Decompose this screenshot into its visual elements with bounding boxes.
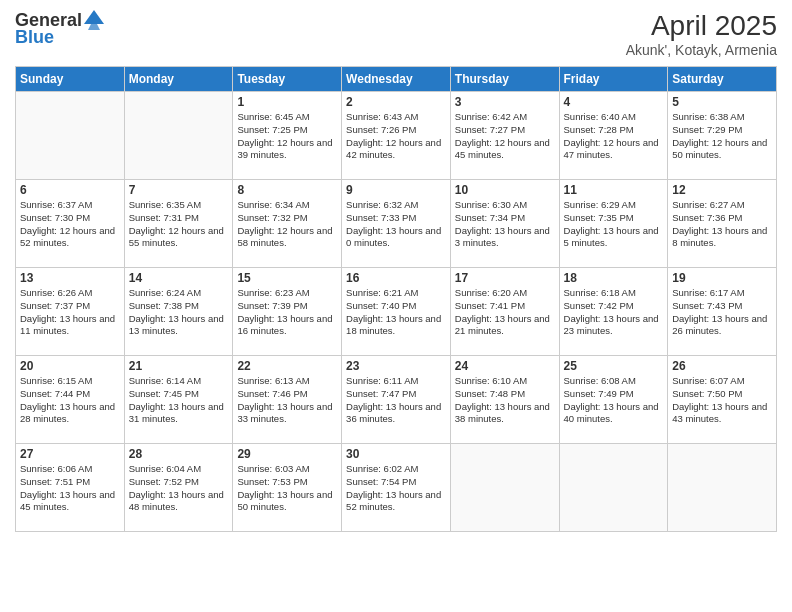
calendar-cell: 18Sunrise: 6:18 AM Sunset: 7:42 PM Dayli…	[559, 268, 668, 356]
calendar-cell	[559, 444, 668, 532]
day-info: Sunrise: 6:37 AM Sunset: 7:30 PM Dayligh…	[20, 199, 120, 250]
day-number: 18	[564, 271, 664, 285]
day-number: 17	[455, 271, 555, 285]
calendar-title: April 2025	[626, 10, 777, 42]
calendar-week-5: 27Sunrise: 6:06 AM Sunset: 7:51 PM Dayli…	[16, 444, 777, 532]
calendar-cell: 14Sunrise: 6:24 AM Sunset: 7:38 PM Dayli…	[124, 268, 233, 356]
day-info: Sunrise: 6:40 AM Sunset: 7:28 PM Dayligh…	[564, 111, 664, 162]
day-info: Sunrise: 6:15 AM Sunset: 7:44 PM Dayligh…	[20, 375, 120, 426]
calendar-cell: 7Sunrise: 6:35 AM Sunset: 7:31 PM Daylig…	[124, 180, 233, 268]
calendar-week-1: 1Sunrise: 6:45 AM Sunset: 7:25 PM Daylig…	[16, 92, 777, 180]
day-info: Sunrise: 6:30 AM Sunset: 7:34 PM Dayligh…	[455, 199, 555, 250]
calendar-cell: 17Sunrise: 6:20 AM Sunset: 7:41 PM Dayli…	[450, 268, 559, 356]
day-number: 25	[564, 359, 664, 373]
day-info: Sunrise: 6:14 AM Sunset: 7:45 PM Dayligh…	[129, 375, 229, 426]
day-info: Sunrise: 6:45 AM Sunset: 7:25 PM Dayligh…	[237, 111, 337, 162]
day-number: 20	[20, 359, 120, 373]
day-info: Sunrise: 6:03 AM Sunset: 7:53 PM Dayligh…	[237, 463, 337, 514]
weekday-header-sunday: Sunday	[16, 67, 125, 92]
day-number: 16	[346, 271, 446, 285]
day-number: 5	[672, 95, 772, 109]
day-info: Sunrise: 6:29 AM Sunset: 7:35 PM Dayligh…	[564, 199, 664, 250]
calendar-cell: 11Sunrise: 6:29 AM Sunset: 7:35 PM Dayli…	[559, 180, 668, 268]
day-number: 2	[346, 95, 446, 109]
page: General Blue April 2025 Akunk', Kotayk, …	[0, 0, 792, 612]
day-info: Sunrise: 6:13 AM Sunset: 7:46 PM Dayligh…	[237, 375, 337, 426]
day-number: 26	[672, 359, 772, 373]
calendar-cell: 21Sunrise: 6:14 AM Sunset: 7:45 PM Dayli…	[124, 356, 233, 444]
calendar-cell: 13Sunrise: 6:26 AM Sunset: 7:37 PM Dayli…	[16, 268, 125, 356]
logo: General Blue	[15, 10, 104, 48]
weekday-header-row: SundayMondayTuesdayWednesdayThursdayFrid…	[16, 67, 777, 92]
day-number: 10	[455, 183, 555, 197]
calendar-cell: 26Sunrise: 6:07 AM Sunset: 7:50 PM Dayli…	[668, 356, 777, 444]
calendar-cell: 23Sunrise: 6:11 AM Sunset: 7:47 PM Dayli…	[342, 356, 451, 444]
day-info: Sunrise: 6:21 AM Sunset: 7:40 PM Dayligh…	[346, 287, 446, 338]
day-number: 6	[20, 183, 120, 197]
day-info: Sunrise: 6:04 AM Sunset: 7:52 PM Dayligh…	[129, 463, 229, 514]
header: General Blue April 2025 Akunk', Kotayk, …	[15, 10, 777, 58]
calendar-cell: 3Sunrise: 6:42 AM Sunset: 7:27 PM Daylig…	[450, 92, 559, 180]
calendar-week-4: 20Sunrise: 6:15 AM Sunset: 7:44 PM Dayli…	[16, 356, 777, 444]
weekday-header-wednesday: Wednesday	[342, 67, 451, 92]
calendar-table: SundayMondayTuesdayWednesdayThursdayFrid…	[15, 66, 777, 532]
day-number: 7	[129, 183, 229, 197]
calendar-cell: 12Sunrise: 6:27 AM Sunset: 7:36 PM Dayli…	[668, 180, 777, 268]
day-number: 12	[672, 183, 772, 197]
calendar-cell: 8Sunrise: 6:34 AM Sunset: 7:32 PM Daylig…	[233, 180, 342, 268]
day-info: Sunrise: 6:10 AM Sunset: 7:48 PM Dayligh…	[455, 375, 555, 426]
day-number: 9	[346, 183, 446, 197]
day-info: Sunrise: 6:43 AM Sunset: 7:26 PM Dayligh…	[346, 111, 446, 162]
day-number: 21	[129, 359, 229, 373]
day-number: 15	[237, 271, 337, 285]
calendar-cell: 29Sunrise: 6:03 AM Sunset: 7:53 PM Dayli…	[233, 444, 342, 532]
calendar-cell: 25Sunrise: 6:08 AM Sunset: 7:49 PM Dayli…	[559, 356, 668, 444]
day-number: 8	[237, 183, 337, 197]
calendar-cell: 10Sunrise: 6:30 AM Sunset: 7:34 PM Dayli…	[450, 180, 559, 268]
day-number: 27	[20, 447, 120, 461]
day-info: Sunrise: 6:11 AM Sunset: 7:47 PM Dayligh…	[346, 375, 446, 426]
calendar-cell: 15Sunrise: 6:23 AM Sunset: 7:39 PM Dayli…	[233, 268, 342, 356]
day-number: 11	[564, 183, 664, 197]
day-number: 28	[129, 447, 229, 461]
day-info: Sunrise: 6:23 AM Sunset: 7:39 PM Dayligh…	[237, 287, 337, 338]
calendar-cell: 24Sunrise: 6:10 AM Sunset: 7:48 PM Dayli…	[450, 356, 559, 444]
calendar-cell: 22Sunrise: 6:13 AM Sunset: 7:46 PM Dayli…	[233, 356, 342, 444]
day-info: Sunrise: 6:24 AM Sunset: 7:38 PM Dayligh…	[129, 287, 229, 338]
day-number: 14	[129, 271, 229, 285]
day-number: 24	[455, 359, 555, 373]
weekday-header-friday: Friday	[559, 67, 668, 92]
day-info: Sunrise: 6:35 AM Sunset: 7:31 PM Dayligh…	[129, 199, 229, 250]
day-info: Sunrise: 6:34 AM Sunset: 7:32 PM Dayligh…	[237, 199, 337, 250]
day-number: 4	[564, 95, 664, 109]
logo-icon	[84, 10, 104, 30]
weekday-header-tuesday: Tuesday	[233, 67, 342, 92]
day-number: 22	[237, 359, 337, 373]
day-info: Sunrise: 6:38 AM Sunset: 7:29 PM Dayligh…	[672, 111, 772, 162]
day-info: Sunrise: 6:02 AM Sunset: 7:54 PM Dayligh…	[346, 463, 446, 514]
calendar-cell	[16, 92, 125, 180]
day-info: Sunrise: 6:18 AM Sunset: 7:42 PM Dayligh…	[564, 287, 664, 338]
day-info: Sunrise: 6:06 AM Sunset: 7:51 PM Dayligh…	[20, 463, 120, 514]
day-number: 3	[455, 95, 555, 109]
day-number: 23	[346, 359, 446, 373]
day-info: Sunrise: 6:17 AM Sunset: 7:43 PM Dayligh…	[672, 287, 772, 338]
calendar-cell: 5Sunrise: 6:38 AM Sunset: 7:29 PM Daylig…	[668, 92, 777, 180]
day-number: 19	[672, 271, 772, 285]
title-block: April 2025 Akunk', Kotayk, Armenia	[626, 10, 777, 58]
day-info: Sunrise: 6:26 AM Sunset: 7:37 PM Dayligh…	[20, 287, 120, 338]
weekday-header-thursday: Thursday	[450, 67, 559, 92]
calendar-cell	[124, 92, 233, 180]
day-info: Sunrise: 6:27 AM Sunset: 7:36 PM Dayligh…	[672, 199, 772, 250]
day-number: 1	[237, 95, 337, 109]
calendar-cell: 2Sunrise: 6:43 AM Sunset: 7:26 PM Daylig…	[342, 92, 451, 180]
day-number: 13	[20, 271, 120, 285]
calendar-cell	[450, 444, 559, 532]
day-info: Sunrise: 6:08 AM Sunset: 7:49 PM Dayligh…	[564, 375, 664, 426]
calendar-cell: 27Sunrise: 6:06 AM Sunset: 7:51 PM Dayli…	[16, 444, 125, 532]
calendar-cell: 16Sunrise: 6:21 AM Sunset: 7:40 PM Dayli…	[342, 268, 451, 356]
calendar-cell: 19Sunrise: 6:17 AM Sunset: 7:43 PM Dayli…	[668, 268, 777, 356]
calendar-cell: 30Sunrise: 6:02 AM Sunset: 7:54 PM Dayli…	[342, 444, 451, 532]
weekday-header-saturday: Saturday	[668, 67, 777, 92]
calendar-subtitle: Akunk', Kotayk, Armenia	[626, 42, 777, 58]
